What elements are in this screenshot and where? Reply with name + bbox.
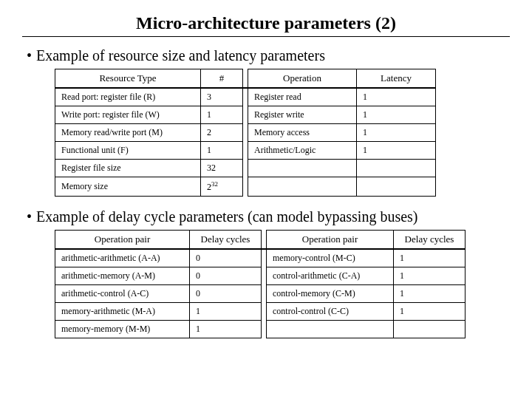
cell: 1 [201, 142, 243, 160]
table-row: Register file size 32 [55, 160, 436, 177]
table-row: Functional unit (F) 1 Arithmetic/Logic 1 [55, 142, 436, 160]
cell: arithmetic-memory (A-M) [55, 267, 190, 285]
cell: 1 [394, 267, 466, 285]
cell: 1 [394, 249, 466, 267]
delay-table-wrap: Operation pair Delay cycles Operation pa… [55, 230, 510, 338]
cell: 2 [201, 124, 243, 142]
col-sep [243, 160, 248, 177]
cell: Register write [248, 106, 357, 124]
cell: 0 [190, 285, 262, 303]
cell: control-memory (C-M) [267, 285, 394, 303]
table-row: Memory read/write port (M) 2 Memory acce… [55, 124, 436, 142]
cell: Memory access [248, 124, 357, 142]
cell: arithmetic-control (A-C) [55, 285, 190, 303]
cell: 1 [190, 303, 262, 321]
table-row: arithmetic-memory (A-M) 0 control-arithm… [55, 267, 466, 285]
col-sep [243, 177, 248, 197]
col-sep [262, 231, 267, 250]
col-pair-right: Operation pair [267, 231, 394, 250]
col-sep [262, 267, 267, 285]
cell: 1 [357, 88, 436, 106]
col-sep [243, 106, 248, 124]
table-header-row: Operation pair Delay cycles Operation pa… [55, 231, 466, 250]
bullet-1-text: Example of resource size and latency par… [36, 47, 325, 64]
cell: 232 [201, 177, 243, 197]
cell: 32 [201, 160, 243, 177]
cell [267, 321, 394, 338]
bullet-icon: • [27, 208, 32, 225]
col-pair-left: Operation pair [55, 231, 190, 250]
col-sep [262, 321, 267, 338]
cell: Write port: register file (W) [55, 106, 201, 124]
cell: memory-control (M-C) [267, 249, 394, 267]
col-operation: Operation [248, 69, 357, 89]
slide: Micro-architecture parameters (2) • Exam… [0, 0, 532, 358]
table-header-row: Resource Type # Operation Latency [55, 69, 436, 89]
table-row: Write port: register file (W) 1 Register… [55, 106, 436, 124]
cell: 1 [190, 321, 262, 338]
cell: Register file size [55, 160, 201, 177]
cell: 0 [190, 249, 262, 267]
resource-table: Resource Type # Operation Latency Read p… [55, 69, 436, 197]
delay-table: Operation pair Delay cycles Operation pa… [55, 230, 466, 338]
cell: control-arithmetic (C-A) [267, 267, 394, 285]
bullet-2: • Example of delay cycle parameters (can… [27, 208, 510, 225]
table-row: arithmetic-control (A-C) 0 control-memor… [55, 285, 466, 303]
cell: 1 [357, 124, 436, 142]
slide-title: Micro-architecture parameters (2) [22, 13, 510, 33]
cell: arithmetic-arithmetic (A-A) [55, 249, 190, 267]
col-sep [262, 249, 267, 267]
cell [248, 177, 357, 197]
cell: 1 [394, 285, 466, 303]
table-row: Read port: register file (R) 3 Register … [55, 88, 436, 106]
cell: 1 [201, 106, 243, 124]
col-sep [243, 69, 248, 89]
cell [357, 160, 436, 177]
cell: Register read [248, 88, 357, 106]
table-row: memory-memory (M-M) 1 [55, 321, 466, 338]
cell: Functional unit (F) [55, 142, 201, 160]
cell: Arithmetic/Logic [248, 142, 357, 160]
cell [357, 177, 436, 197]
cell: 1 [357, 142, 436, 160]
bullet-icon: • [27, 47, 32, 64]
col-sep [262, 303, 267, 321]
cell: Memory size [55, 177, 201, 197]
cell: control-control (C-C) [267, 303, 394, 321]
cell: Memory read/write port (M) [55, 124, 201, 142]
col-delay-left: Delay cycles [190, 231, 262, 250]
cell: Read port: register file (R) [55, 88, 201, 106]
col-sep [262, 285, 267, 303]
table-row: memory-arithmetic (M-A) 1 control-contro… [55, 303, 466, 321]
cell: 1 [394, 303, 466, 321]
col-sep [243, 142, 248, 160]
col-sep [243, 124, 248, 142]
col-delay-right: Delay cycles [394, 231, 466, 250]
resource-table-wrap: Resource Type # Operation Latency Read p… [55, 69, 510, 197]
table-row: Memory size 232 [55, 177, 436, 197]
cell [394, 321, 466, 338]
col-resource-type: Resource Type [55, 69, 201, 89]
bullet-2-text: Example of delay cycle parameters (can m… [36, 208, 417, 225]
col-sep [243, 88, 248, 106]
table-row: arithmetic-arithmetic (A-A) 0 memory-con… [55, 249, 466, 267]
title-underline [22, 36, 510, 37]
cell: 0 [190, 267, 262, 285]
col-count: # [201, 69, 243, 89]
col-latency: Latency [357, 69, 436, 89]
cell: 3 [201, 88, 243, 106]
bullet-1: • Example of resource size and latency p… [27, 47, 510, 64]
cell: memory-memory (M-M) [55, 321, 190, 338]
cell: 1 [357, 106, 436, 124]
cell: memory-arithmetic (M-A) [55, 303, 190, 321]
cell [248, 160, 357, 177]
